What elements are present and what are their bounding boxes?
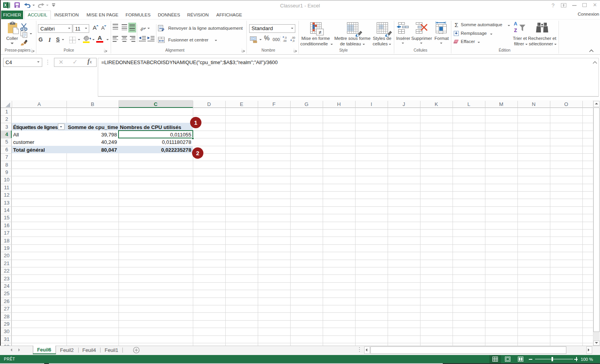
svg-text:X: X bbox=[4, 3, 7, 7]
svg-text:≠: ≠ bbox=[318, 29, 321, 35]
svg-text:.0: .0 bbox=[284, 36, 287, 39]
svg-text:.00: .00 bbox=[291, 36, 295, 39]
svg-text:,0: ,0 bbox=[292, 39, 295, 42]
svg-text:ab: ab bbox=[139, 26, 145, 31]
svg-text:.00: .00 bbox=[283, 39, 287, 42]
